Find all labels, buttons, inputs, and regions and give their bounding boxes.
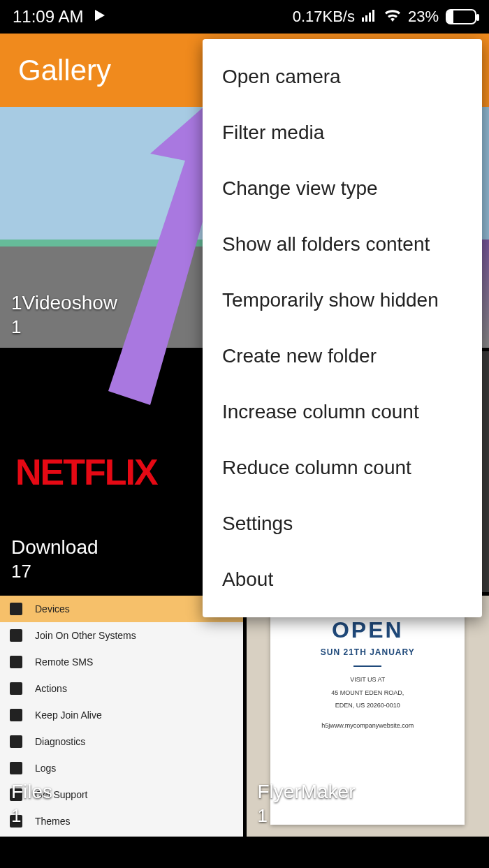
- app-title: Gallery: [18, 54, 111, 87]
- folder-count: 1: [11, 316, 117, 339]
- folder-count: 1: [11, 804, 52, 828]
- folder-count: 17: [11, 560, 98, 584]
- menu-item-increase-cols[interactable]: Increase column count: [203, 384, 482, 440]
- folder-tile-flyermaker[interactable]: OPEN SUN 21TH JANUARY VISIT US AT 45 MOU…: [247, 596, 490, 837]
- svg-rect-1: [362, 17, 364, 22]
- svg-rect-2: [365, 15, 367, 22]
- menu-item-reduce-cols[interactable]: Reduce column count: [203, 440, 482, 496]
- menu-item-filter-media[interactable]: Filter media: [203, 105, 482, 161]
- status-net-speed: 0.17KB/s: [293, 8, 355, 26]
- svg-marker-0: [95, 10, 105, 21]
- folder-tile-files[interactable]: Devices Join On Other Systems Remote SMS…: [0, 596, 243, 837]
- overflow-menu: Open camera Filter media Change view typ…: [203, 39, 482, 617]
- play-icon: [93, 7, 107, 27]
- svg-rect-4: [372, 10, 374, 22]
- folder-name: Download: [11, 536, 98, 558]
- menu-item-change-view[interactable]: Change view type: [203, 161, 482, 216]
- folder-count: 1: [258, 804, 356, 828]
- wifi-icon: [384, 8, 401, 26]
- menu-item-show-all[interactable]: Show all folders content: [203, 216, 482, 272]
- battery-icon: [446, 9, 476, 24]
- status-battery-pct: 23%: [408, 8, 439, 26]
- svg-rect-3: [369, 13, 371, 22]
- status-bar: 11:09 AM 0.17KB/s 23%: [0, 0, 489, 34]
- menu-item-show-hidden[interactable]: Temporarily show hidden: [203, 272, 482, 328]
- status-time: 11:09 AM: [13, 7, 83, 27]
- folder-name: 1Videoshow: [11, 292, 117, 314]
- signal-icon: [362, 8, 377, 26]
- netflix-logo: NETFLIX: [0, 451, 157, 493]
- menu-item-create-folder[interactable]: Create new folder: [203, 328, 482, 384]
- menu-item-settings[interactable]: Settings: [203, 496, 482, 552]
- folder-name: Files: [11, 781, 52, 802]
- menu-item-about[interactable]: About: [203, 552, 482, 608]
- menu-item-open-camera[interactable]: Open camera: [203, 49, 482, 105]
- folder-name: FlyerMaker: [258, 781, 356, 802]
